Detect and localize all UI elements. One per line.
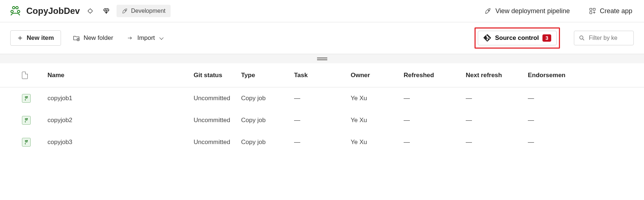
copyjob-icon	[22, 116, 31, 125]
import-arrow-icon	[126, 35, 134, 41]
row-type: Copy job	[241, 117, 294, 124]
workspace-title: CopyJobDev	[26, 6, 80, 16]
row-git-status: Uncommitted	[194, 139, 241, 146]
column-refreshed[interactable]: Refreshed	[404, 72, 466, 79]
source-control-label: Source control	[495, 34, 539, 42]
new-item-label: New item	[27, 34, 54, 42]
row-task: —	[294, 117, 351, 124]
row-icon-cell	[22, 138, 47, 147]
svg-point-4	[88, 9, 92, 13]
row-next-refresh: —	[466, 117, 528, 124]
svg-rect-7	[590, 8, 592, 11]
filter-input[interactable]	[589, 35, 629, 41]
row-next-refresh: —	[466, 95, 528, 102]
app-grid-icon	[589, 7, 596, 15]
stage-pill[interactable]: Development	[117, 5, 171, 17]
table-header-row: Name Git status Type Task Owner Refreshe…	[0, 63, 644, 87]
row-refreshed: —	[404, 95, 466, 102]
svg-point-11	[580, 36, 583, 39]
create-app-button[interactable]: Create app	[586, 5, 635, 17]
row-task: —	[294, 139, 351, 146]
source-control-badge: 3	[542, 34, 551, 42]
view-pipeline-label: View deployment pipeline	[495, 7, 570, 15]
git-icon	[483, 34, 491, 42]
svg-point-3	[18, 10, 20, 13]
row-next-refresh: —	[466, 139, 528, 146]
copyjob-icon	[22, 94, 31, 103]
table-row[interactable]: copyjob3 Uncommitted Copy job — Ye Xu — …	[0, 131, 644, 153]
create-app-label: Create app	[600, 7, 632, 15]
row-git-status: Uncommitted	[194, 95, 241, 102]
column-git-status[interactable]: Git status	[194, 72, 241, 79]
column-owner[interactable]: Owner	[351, 72, 404, 79]
resize-handle-bar[interactable]	[0, 54, 644, 63]
column-next-refresh[interactable]: Next refresh	[466, 72, 528, 79]
row-icon-cell	[22, 116, 47, 125]
import-label: Import	[137, 34, 155, 42]
row-endorsement: —	[528, 139, 575, 146]
source-control-button[interactable]: Source control 3	[478, 31, 557, 45]
copyjob-icon	[22, 138, 31, 147]
toolbar: New item New folder Import Source contro…	[0, 22, 644, 54]
row-endorsement: —	[528, 95, 575, 102]
rocket-icon	[122, 8, 128, 14]
view-pipeline-button[interactable]: View deployment pipeline	[481, 5, 573, 17]
rocket-icon	[484, 7, 492, 15]
row-refreshed: —	[404, 139, 466, 146]
table-row[interactable]: copyjob2 Uncommitted Copy job — Ye Xu — …	[0, 109, 644, 131]
column-endorsement[interactable]: Endorsemen	[528, 72, 575, 79]
chevron-down-icon	[159, 35, 163, 39]
svg-point-2	[11, 10, 14, 13]
import-button[interactable]: Import	[125, 32, 164, 44]
drag-handle-icon	[317, 57, 327, 59]
plus-icon	[17, 35, 23, 41]
row-type: Copy job	[241, 139, 294, 146]
row-name[interactable]: copyjob1	[47, 95, 194, 102]
table-row[interactable]: copyjob1 Uncommitted Copy job — Ye Xu — …	[0, 87, 644, 109]
column-type[interactable]: Type	[241, 72, 294, 79]
svg-point-6	[488, 10, 489, 11]
row-owner: Ye Xu	[351, 139, 404, 146]
folder-plus-icon	[73, 34, 80, 42]
search-icon	[579, 35, 585, 41]
column-task[interactable]: Task	[294, 72, 351, 79]
document-icon	[22, 72, 28, 79]
row-name[interactable]: copyjob2	[47, 117, 194, 124]
row-type: Copy job	[241, 95, 294, 102]
svg-point-1	[16, 7, 18, 9]
source-control-highlight: Source control 3	[475, 27, 560, 49]
filter-input-wrap[interactable]	[574, 31, 634, 45]
svg-rect-8	[593, 8, 595, 11]
new-item-button[interactable]: New item	[10, 30, 61, 46]
svg-rect-9	[590, 12, 592, 14]
items-table: Name Git status Type Task Owner Refreshe…	[0, 63, 644, 153]
row-owner: Ye Xu	[351, 95, 404, 102]
workspace-icon	[9, 4, 22, 18]
header-bar: CopyJobDev Development View deployment p…	[0, 0, 644, 22]
copilot-icon[interactable]	[84, 5, 96, 17]
diamond-icon[interactable]	[100, 5, 112, 17]
svg-point-0	[12, 7, 15, 9]
row-name[interactable]: copyjob3	[47, 139, 194, 146]
new-folder-label: New folder	[84, 34, 113, 42]
stage-label: Development	[131, 8, 165, 14]
row-owner: Ye Xu	[351, 117, 404, 124]
column-icon	[22, 72, 47, 79]
column-name[interactable]: Name	[47, 72, 194, 79]
svg-point-5	[125, 10, 126, 11]
row-git-status: Uncommitted	[194, 117, 241, 124]
row-task: —	[294, 95, 351, 102]
row-endorsement: —	[528, 117, 575, 124]
row-refreshed: —	[404, 117, 466, 124]
new-folder-button[interactable]: New folder	[71, 32, 115, 44]
row-icon-cell	[22, 94, 47, 103]
